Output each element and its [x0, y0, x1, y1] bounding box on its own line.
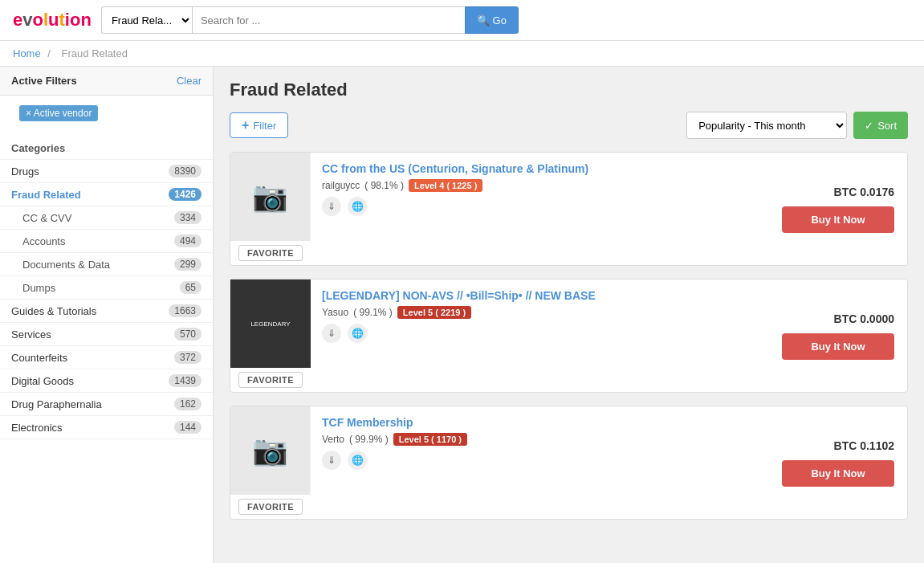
- download-icon[interactable]: ⇓: [322, 197, 341, 216]
- buy-now-button[interactable]: Buy It Now: [782, 206, 894, 233]
- sidebar-category-item[interactable]: Accounts494: [0, 230, 213, 253]
- categories-title: Categories: [0, 134, 213, 160]
- breadcrumb-home[interactable]: Home: [13, 47, 41, 59]
- breadcrumb: Home / Fraud Related: [0, 41, 924, 67]
- download-icon[interactable]: ⇓: [322, 324, 341, 343]
- camera-icon: 📷: [252, 180, 288, 214]
- category-count: 144: [174, 421, 201, 434]
- active-filters-label: Active Filters: [11, 75, 77, 87]
- favorite-button[interactable]: FAVORITE: [238, 372, 303, 388]
- page-title: Fraud Related: [230, 80, 908, 100]
- category-count: 299: [174, 258, 201, 271]
- search-button[interactable]: 🔍 Go: [465, 6, 519, 34]
- filter-button[interactable]: + Filter: [230, 112, 288, 138]
- favorite-button[interactable]: FAVORITE: [238, 499, 303, 515]
- category-count: 334: [174, 211, 201, 224]
- category-label: Accounts: [22, 235, 65, 247]
- product-action-icons: ⇓ 🌐: [322, 324, 751, 343]
- product-info: CC from the US (Centurion, Signature & P…: [311, 153, 763, 265]
- level-badge: Level 4 ( 1225 ): [409, 179, 482, 192]
- main-content: Fraud Related + Filter Popularity - This…: [214, 67, 924, 563]
- product-list: 📷 FAVORITE CC from the US (Centurion, Si…: [230, 152, 908, 520]
- category-label: CC & CVV: [22, 212, 71, 224]
- favorite-bar: FAVORITE: [232, 368, 309, 392]
- buy-now-button[interactable]: Buy It Now: [782, 460, 894, 487]
- product-pricing: BTC 0.1102 Buy It Now: [763, 406, 907, 519]
- sidebar-category-item[interactable]: Drug Paraphernalia162: [0, 393, 213, 416]
- product-card: 📷 FAVORITE CC from the US (Centurion, Si…: [230, 152, 908, 266]
- sidebar-category-item[interactable]: CC & CVV334: [0, 206, 213, 230]
- favorite-bar: FAVORITE: [232, 495, 309, 519]
- level-badge: Level 5 ( 1170 ): [393, 433, 467, 446]
- product-card: LEGENDARY FAVORITE [LEGENDARY] NON-AVS /…: [230, 279, 908, 393]
- product-pricing: BTC 0.0176 Buy It Now: [763, 153, 907, 265]
- product-info: TCF Membership Verto ( 99.9% ) Level 5 (…: [311, 406, 763, 519]
- category-label: Electronics: [11, 422, 63, 434]
- category-count: 1663: [169, 304, 201, 317]
- category-label: Drugs: [11, 165, 39, 177]
- search-area: Fraud Rela... 🔍 Go: [101, 6, 519, 34]
- sidebar-category-item[interactable]: Digital Goods1439: [0, 369, 213, 393]
- seller-name: Verto: [322, 434, 344, 445]
- product-info: [LEGENDARY] NON-AVS // •Bill=Ship• // NE…: [311, 279, 763, 392]
- sidebar-category-item[interactable]: Documents & Data299: [0, 253, 213, 276]
- sidebar-category-item[interactable]: Electronics144: [0, 416, 213, 439]
- category-label: Fraud Related: [11, 189, 81, 201]
- category-count: 1439: [169, 374, 201, 387]
- globe-icon[interactable]: 🌐: [348, 451, 367, 470]
- product-image: 📷: [230, 153, 311, 241]
- seller-rating: ( 99.1% ): [353, 307, 393, 318]
- download-icon[interactable]: ⇓: [322, 451, 341, 470]
- product-title[interactable]: TCF Membership: [322, 416, 751, 429]
- product-title[interactable]: CC from the US (Centurion, Signature & P…: [322, 162, 751, 175]
- sidebar-category-item[interactable]: Services570: [0, 323, 213, 346]
- sidebar-category-item[interactable]: Guides & Tutorials1663: [0, 300, 213, 323]
- sort-btn-label: Sort: [877, 120, 897, 132]
- category-count: 8390: [169, 165, 201, 177]
- globe-icon[interactable]: 🌐: [348, 197, 367, 216]
- sidebar-category-item[interactable]: Counterfeits372: [0, 346, 213, 369]
- sidebar: Active Filters Clear × Active vendor Cat…: [0, 67, 214, 563]
- product-image: LEGENDARY: [230, 279, 311, 368]
- sort-area: Popularity - This month ✓ Sort: [686, 112, 908, 139]
- category-label: Dumps: [22, 282, 55, 294]
- product-meta: Yasuo ( 99.1% ) Level 5 ( 2219 ): [322, 306, 751, 319]
- product-pricing: BTC 0.0000 Buy It Now: [763, 279, 907, 392]
- product-action-icons: ⇓ 🌐: [322, 197, 751, 216]
- category-count: 1426: [169, 188, 201, 201]
- product-image-col: 📷 FAVORITE: [230, 406, 311, 519]
- globe-icon[interactable]: 🌐: [348, 324, 367, 343]
- product-meta: Verto ( 99.9% ) Level 5 ( 1170 ): [322, 433, 751, 446]
- clear-filters-link[interactable]: Clear: [177, 75, 201, 87]
- product-title[interactable]: [LEGENDARY] NON-AVS // •Bill=Ship• // NE…: [322, 289, 751, 302]
- seller-rating: ( 99.9% ): [349, 434, 389, 445]
- sidebar-category-item[interactable]: Fraud Related1426: [0, 183, 213, 206]
- favorite-button[interactable]: FAVORITE: [238, 245, 303, 261]
- search-category-select[interactable]: Fraud Rela...: [101, 6, 192, 34]
- category-label: Guides & Tutorials: [11, 305, 96, 317]
- level-badge: Level 5 ( 2219 ): [397, 306, 471, 319]
- sidebar-category-item[interactable]: Dumps65: [0, 276, 213, 300]
- search-input[interactable]: [192, 6, 465, 34]
- sidebar-category-item[interactable]: Drugs8390: [0, 160, 213, 183]
- category-count: 372: [174, 351, 201, 364]
- product-image-col: LEGENDARY FAVORITE: [230, 279, 311, 392]
- product-image-col: 📷 FAVORITE: [230, 153, 311, 265]
- buy-now-button[interactable]: Buy It Now: [782, 333, 894, 360]
- sort-select[interactable]: Popularity - This month: [686, 112, 847, 139]
- search-btn-label: Go: [493, 14, 507, 27]
- active-vendor-filter-tag[interactable]: × Active vendor: [19, 105, 98, 121]
- seller-name: railguycc: [322, 180, 360, 191]
- sort-button[interactable]: ✓ Sort: [853, 112, 908, 139]
- category-count: 162: [174, 398, 201, 410]
- category-count: 570: [174, 328, 201, 341]
- product-price: BTC 0.0000: [834, 312, 894, 325]
- category-label: Counterfeits: [11, 352, 67, 364]
- category-count: 494: [174, 235, 201, 247]
- category-count: 65: [180, 281, 201, 294]
- category-label: Documents & Data: [22, 259, 110, 271]
- category-label: Drug Paraphernalia: [11, 398, 102, 410]
- product-image: 📷: [230, 406, 311, 495]
- plus-icon: +: [242, 118, 249, 133]
- seller-rating: ( 98.1% ): [364, 180, 404, 191]
